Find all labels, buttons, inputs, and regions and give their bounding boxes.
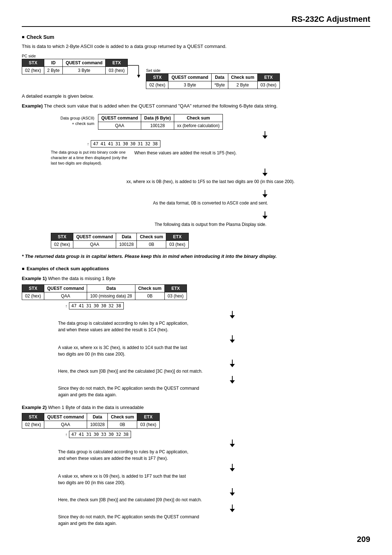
ex1-b2: 41: [79, 303, 84, 308]
pc-stx-val: 02 (hex): [22, 66, 44, 74]
ex1-arrow-3: [94, 360, 370, 367]
ex2-b7: 32: [116, 432, 121, 437]
binary-val-1: 47: [93, 141, 98, 146]
set-etx-val: 03 (hex): [257, 81, 279, 89]
ex1-quest-header: QUEST command: [44, 284, 87, 292]
ex1-data-header: Data: [87, 284, 135, 292]
ex1-bold: Example 1): [22, 276, 47, 281]
binary-line-1: ↑ 47 41 41 31 30 30 31 32 38: [87, 140, 370, 147]
ex1-step3: Here, the check sum [0B (hex)] and the c…: [58, 369, 370, 374]
step2-text: xx, where xx is 0B (hex), is added to 1F…: [126, 178, 295, 185]
ex2-quest-val: QAA: [44, 421, 87, 429]
example-main-table: QUEST command Data (6 Byte) Check sum QA…: [98, 114, 223, 130]
ex1-arrow-1: [94, 311, 370, 319]
binary-val-6: 30: [130, 141, 135, 146]
pc-stx-header: STX: [22, 59, 44, 66]
ex2-b3: 31: [86, 432, 91, 437]
ex1-etx-header: ETX: [164, 284, 187, 292]
ex-data-header: Data (6 Byte): [141, 114, 174, 122]
ex1-stx-val: 02 (hex): [22, 292, 44, 300]
ex2-arrow-3: [94, 488, 370, 496]
pc-set-diagram: PC side STX ID QUEST command ETX 02 (hex…: [22, 54, 370, 89]
set-stx-val: 02 (hex): [146, 81, 168, 89]
binary-val-9: 38: [152, 141, 158, 146]
out-etx-val: 03 (hex): [166, 240, 188, 248]
arrow-down-2: [160, 169, 370, 176]
set-quest-val: 3 Byte: [168, 81, 211, 89]
pc-etx-header: ETX: [106, 59, 128, 66]
ex2-step1: The data group is calculated according t…: [58, 449, 370, 462]
step3-block: As the data format, 0B is converted to A…: [51, 200, 370, 209]
out-data-header: Data: [116, 233, 137, 240]
step4-block: The following data is output from the Pl…: [51, 221, 370, 231]
ex1-b6: 32: [109, 303, 114, 308]
page-number: 209: [357, 535, 370, 544]
pc-table-block: STX ID QUEST command ETX 02 (hex) 2 Byte…: [22, 59, 128, 74]
ex2-arrow-1: [94, 439, 370, 447]
set-table: STX QUEST command Data Check sum ETX 02 …: [146, 73, 279, 89]
page-title: RS-232C Adjustment: [22, 15, 370, 24]
ex2-step4: Since they do not match, the PC applicat…: [58, 514, 370, 527]
ex1-data-val: 100 (missing data) 28: [87, 292, 135, 300]
ex-checksum-val: xx (before calculation): [174, 122, 222, 129]
ex1-binary-values-box: 47 41 31 30 30 32 38: [69, 302, 124, 309]
ex2-b8: 38: [123, 432, 128, 437]
example1-title: Example 1) When the data is missing 1 By…: [22, 275, 370, 282]
example2-table: STX QUEST command Data Check sum ETX 02 …: [22, 413, 160, 429]
set-checksum-header: Check sum: [228, 73, 257, 81]
examples-section-title: Examples of check sum applications: [22, 266, 370, 271]
ex-quest-val: QAA: [98, 122, 141, 129]
binary-val-2: 41: [101, 141, 106, 146]
binary-val-8: 32: [145, 141, 150, 146]
arrow-down-3: [160, 190, 370, 198]
arrow-down-1: [160, 131, 370, 139]
ex2-step3: Here, the check sum [0B (hex)] and the c…: [58, 497, 370, 502]
ex2-arrow-2: [94, 464, 370, 471]
ex2-stx-val: 02 (hex): [22, 421, 44, 429]
ex2-arrow-4: [94, 505, 370, 512]
out-checksum-header: Check sum: [137, 233, 166, 240]
binary-values-box: 47 41 41 31 30 30 31 32 38: [91, 140, 160, 147]
set-etx-header: ETX: [257, 73, 279, 81]
ex1-checksum-val: 0B: [135, 292, 164, 300]
ex-data-val: 100128: [141, 122, 174, 129]
binary-val-7: 31: [138, 141, 143, 146]
example-label: Example): [22, 103, 43, 109]
pc-quest-header: QUEST command: [63, 59, 106, 66]
ex1-binary-line: ↑ 47 41 31 30 30 32 38: [65, 302, 370, 309]
ex1-b3: 31: [86, 303, 91, 308]
ex2-b5: 33: [101, 432, 106, 437]
ex2-b6: 30: [109, 432, 114, 437]
ex2-data-val: 100328: [87, 421, 108, 429]
step4-text: The following data is output from the Pl…: [155, 221, 266, 228]
detailed-example-text: Example) The check sum value that is add…: [22, 102, 370, 110]
ex2-checksum-val: 0B: [108, 421, 137, 429]
ex2-b4: 30: [94, 432, 99, 437]
example1-table-block: STX QUEST command Data Check sum ETX 02 …: [22, 284, 370, 300]
detailed-example-intro: A detailed example is given below.: [22, 93, 370, 100]
output-table: STX QUEST command Data Check sum ETX 02 …: [51, 233, 189, 248]
example-table-row: Data group (ASCII)+ check sum QUEST comm…: [51, 114, 370, 130]
ex-checksum-header: Check sum: [174, 114, 222, 122]
set-table-block: Set side STX QUEST command Data Check su…: [146, 68, 279, 89]
set-checksum-val: 2 Byte: [228, 81, 257, 89]
pc-id-header: ID: [44, 59, 63, 66]
example1-table: STX QUEST command Data Check sum ETX 02 …: [22, 284, 187, 300]
out-quest-header: QUEST command: [73, 233, 116, 240]
set-stx-header: STX: [146, 73, 168, 81]
example2-title: Example 2) When 1 Byte of data in the da…: [22, 404, 370, 411]
output-table-block: STX QUEST command Data Check sum ETX 02 …: [51, 233, 370, 248]
set-quest-header: QUEST command: [168, 73, 211, 81]
ex1-etx-val: 03 (hex): [164, 292, 187, 300]
bold-italic-note: * The returned data group is in capital …: [22, 253, 370, 260]
out-quest-val: QAA: [73, 240, 116, 248]
step3-text: As the data format, 0B is converted to A…: [153, 200, 268, 206]
ex2-binary-values-box: 47 41 31 30 33 30 32 38: [69, 431, 131, 438]
ex2-b1: 47: [72, 432, 77, 437]
set-data-header: Data: [211, 73, 228, 81]
ex2-step2: A value xx, where xx is 09 (hex), is add…: [58, 473, 370, 486]
out-stx-val: 02 (hex): [51, 240, 73, 248]
ex2-bold: Example 2): [22, 405, 47, 410]
step1-text: When these values are added the result i…: [134, 150, 237, 155]
arrow-right-down-icon: [128, 62, 146, 80]
